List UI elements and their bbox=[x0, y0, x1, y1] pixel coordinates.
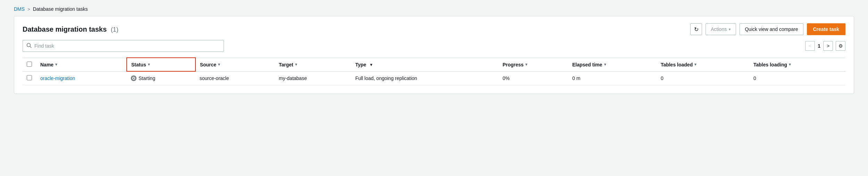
col-header-elapsed-time: Elapsed time ▾ bbox=[568, 58, 657, 71]
col-source-label: Source bbox=[200, 62, 216, 67]
type-sort-icon: ▼ bbox=[369, 63, 373, 67]
main-card: Database migration tasks (1) ↻ Actions ▾… bbox=[14, 16, 854, 94]
refresh-icon: ↻ bbox=[694, 26, 699, 33]
status-starting-icon bbox=[131, 75, 136, 81]
elapsed-time-sort-icon: ▾ bbox=[604, 62, 606, 67]
row-progress-cell: 0% bbox=[498, 71, 568, 85]
row-name-cell: oracle-migration bbox=[36, 71, 127, 85]
tables-loaded-sort-icon: ▾ bbox=[694, 62, 696, 67]
card-title: Database migration tasks (1) bbox=[23, 25, 118, 33]
row-status-text: Starting bbox=[139, 75, 155, 81]
progress-sort-icon: ▾ bbox=[525, 62, 527, 67]
row-elapsed-time-cell: 0 m bbox=[568, 71, 657, 85]
svg-line-1 bbox=[30, 47, 32, 48]
breadcrumb-separator: > bbox=[27, 7, 30, 12]
tables-loading-sort-icon: ▾ bbox=[789, 62, 791, 67]
search-input[interactable] bbox=[34, 43, 220, 49]
col-sort-progress[interactable]: Progress ▾ bbox=[502, 62, 527, 67]
col-elapsed-time-label: Elapsed time bbox=[572, 62, 602, 67]
search-icon bbox=[26, 43, 32, 49]
col-header-type: Type ▼ bbox=[351, 58, 498, 71]
row-target-cell: my-database bbox=[275, 71, 351, 85]
row-checkbox[interactable] bbox=[27, 75, 32, 80]
col-tables-loaded-label: Tables loaded bbox=[661, 62, 693, 67]
col-sort-elapsed-time[interactable]: Elapsed time ▾ bbox=[572, 62, 606, 67]
col-name-label: Name bbox=[40, 62, 53, 67]
create-task-button[interactable]: Create task bbox=[807, 23, 846, 35]
gear-icon: ⚙ bbox=[838, 43, 843, 49]
search-row: < 1 > ⚙ bbox=[23, 40, 845, 52]
col-progress-label: Progress bbox=[502, 62, 524, 67]
header-actions: ↻ Actions ▾ Quick view and compare Creat… bbox=[690, 23, 845, 35]
task-name-link[interactable]: oracle-migration bbox=[40, 75, 75, 81]
card-header: Database migration tasks (1) ↻ Actions ▾… bbox=[23, 23, 845, 35]
col-type-label: Type bbox=[355, 62, 366, 67]
col-header-target: Target ▾ bbox=[275, 58, 351, 71]
col-sort-name[interactable]: Name ▾ bbox=[40, 62, 57, 67]
pagination-row: < 1 > ⚙ bbox=[805, 41, 845, 51]
col-sort-tables-loading[interactable]: Tables loading ▾ bbox=[753, 62, 791, 67]
select-all-checkbox[interactable] bbox=[27, 62, 32, 67]
select-all-cell bbox=[23, 58, 36, 71]
row-type-cell: Full load, ongoing replication bbox=[351, 71, 498, 85]
quick-view-button[interactable]: Quick view and compare bbox=[740, 23, 803, 35]
col-target-label: Target bbox=[279, 62, 293, 67]
breadcrumb-current: Database migration tasks bbox=[33, 6, 88, 12]
target-sort-icon: ▾ bbox=[295, 62, 297, 67]
status-sort-icon: ▾ bbox=[148, 62, 150, 67]
source-sort-icon: ▾ bbox=[218, 62, 220, 67]
card-title-container: Database migration tasks (1) bbox=[23, 25, 118, 33]
col-sort-tables-loaded[interactable]: Tables loaded ▾ bbox=[661, 62, 696, 67]
card-title-count: (1) bbox=[111, 26, 118, 33]
table-row: oracle-migration Starting source-oracle … bbox=[23, 71, 845, 85]
migration-tasks-table: Name ▾ Status ▾ Source ▾ bbox=[23, 57, 845, 85]
actions-label: Actions bbox=[711, 26, 727, 32]
col-sort-status[interactable]: Status ▾ bbox=[131, 62, 150, 67]
col-header-name: Name ▾ bbox=[36, 58, 127, 71]
prev-page-button[interactable]: < bbox=[805, 41, 815, 51]
breadcrumb-dms-link[interactable]: DMS bbox=[14, 6, 25, 12]
col-header-tables-loaded: Tables loaded ▾ bbox=[657, 58, 749, 71]
row-tables-loading-cell: 0 bbox=[749, 71, 845, 85]
page-number: 1 bbox=[818, 43, 820, 49]
settings-button[interactable]: ⚙ bbox=[836, 41, 845, 51]
col-sort-type[interactable]: Type ▼ bbox=[355, 62, 373, 67]
col-header-tables-loading: Tables loading ▾ bbox=[749, 58, 845, 71]
col-header-source: Source ▾ bbox=[195, 58, 275, 71]
card-title-text: Database migration tasks bbox=[23, 25, 107, 33]
prev-icon: < bbox=[809, 43, 811, 49]
row-source-cell: source-oracle bbox=[195, 71, 275, 85]
col-header-progress: Progress ▾ bbox=[498, 58, 568, 71]
col-header-status: Status ▾ bbox=[127, 58, 195, 71]
svg-point-3 bbox=[133, 78, 134, 79]
row-tables-loaded-cell: 0 bbox=[657, 71, 749, 85]
name-sort-icon: ▾ bbox=[55, 62, 57, 67]
next-page-button[interactable]: > bbox=[823, 41, 833, 51]
table-header-row: Name ▾ Status ▾ Source ▾ bbox=[23, 58, 845, 71]
col-tables-loading-label: Tables loading bbox=[753, 62, 787, 67]
breadcrumb: DMS > Database migration tasks bbox=[0, 0, 868, 16]
refresh-button[interactable]: ↻ bbox=[690, 23, 702, 35]
actions-chevron-icon: ▾ bbox=[729, 27, 731, 32]
row-checkbox-cell bbox=[23, 71, 36, 85]
col-sort-source[interactable]: Source ▾ bbox=[200, 62, 220, 67]
col-status-label: Status bbox=[131, 62, 146, 67]
row-status-cell: Starting bbox=[127, 71, 195, 85]
search-box bbox=[23, 40, 224, 52]
col-sort-target[interactable]: Target ▾ bbox=[279, 62, 297, 67]
next-icon: > bbox=[827, 43, 829, 49]
actions-button[interactable]: Actions ▾ bbox=[706, 23, 736, 35]
